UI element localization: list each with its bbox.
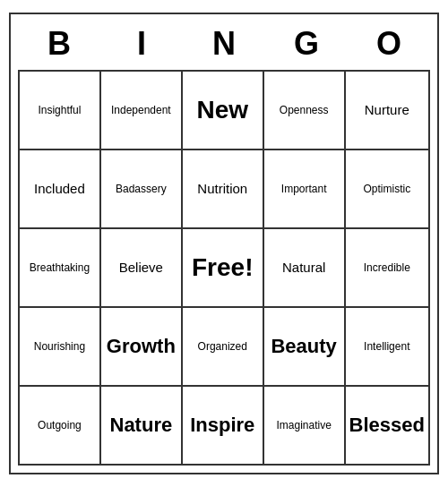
bingo-cell: Openness [264, 72, 346, 150]
header-letter: B [18, 21, 100, 66]
bingo-cell: Organized [183, 308, 264, 387]
cell-text: Independent [111, 104, 171, 116]
bingo-cell: Nourishing [20, 308, 101, 387]
cell-text: Badassery [116, 183, 167, 195]
cell-text: Nourishing [34, 340, 85, 353]
bingo-cell: Optimistic [346, 150, 430, 229]
cell-text: Included [34, 181, 85, 197]
cell-text: Blessed [349, 414, 425, 437]
cell-text: Nurture [365, 102, 409, 118]
cell-text: Breathtaking [30, 261, 90, 274]
bingo-cell: Free! [183, 229, 264, 308]
bingo-cell: Outgoing [20, 387, 101, 466]
bingo-cell: Independent [101, 72, 183, 150]
bingo-cell: Beauty [264, 308, 346, 387]
bingo-cell: Blessed [346, 387, 430, 466]
cell-text: Incredible [364, 261, 410, 274]
bingo-cell: Intelligent [346, 308, 430, 387]
header-letter: N [183, 21, 265, 66]
cell-text: New [196, 95, 248, 125]
bingo-cell: Nurture [346, 72, 430, 150]
cell-text: Optimistic [363, 183, 410, 195]
header-letter: G [265, 21, 348, 66]
bingo-cell: Breathtaking [20, 229, 101, 308]
bingo-cell: Important [264, 150, 346, 229]
cell-text: Openness [280, 104, 329, 116]
bingo-card: BINGO InsightfulIndependentNewOpennessNu… [9, 13, 439, 474]
cell-text: Natural [282, 260, 325, 276]
header-letter: O [348, 21, 430, 66]
bingo-cell: Included [20, 150, 101, 229]
bingo-cell: Natural [264, 229, 346, 308]
cell-text: Inspire [190, 414, 254, 437]
bingo-cell: Believe [101, 229, 183, 308]
bingo-cell: Incredible [346, 229, 430, 308]
cell-text: Free! [192, 252, 253, 283]
bingo-cell: Inspire [183, 387, 264, 466]
bingo-cell: Badassery [101, 150, 183, 229]
cell-text: Nutrition [197, 181, 247, 197]
cell-text: Intelligent [364, 340, 409, 353]
cell-text: Nature [110, 414, 173, 437]
bingo-cell: Nature [101, 387, 183, 466]
bingo-cell: New [183, 72, 264, 150]
bingo-header: BINGO [18, 21, 430, 66]
cell-text: Insightful [38, 104, 81, 116]
cell-text: Beauty [271, 335, 336, 358]
cell-text: Outgoing [38, 419, 82, 431]
cell-text: Important [281, 183, 327, 195]
cell-text: Believe [119, 260, 163, 276]
cell-text: Organized [198, 340, 247, 353]
bingo-cell: Nutrition [183, 150, 264, 229]
cell-text: Growth [107, 335, 176, 358]
bingo-cell: Insightful [20, 72, 101, 150]
header-letter: I [100, 21, 183, 66]
bingo-grid: InsightfulIndependentNewOpennessNurtureI… [18, 70, 430, 466]
cell-text: Imaginative [276, 419, 331, 431]
bingo-cell: Imaginative [264, 387, 346, 466]
bingo-cell: Growth [101, 308, 183, 387]
